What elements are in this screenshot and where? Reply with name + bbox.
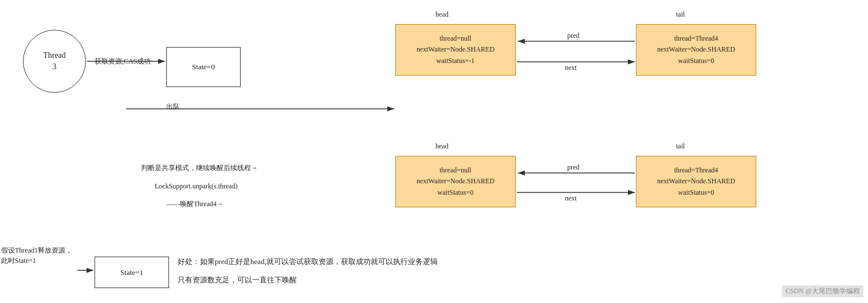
nbl-line1: thread=null (439, 165, 471, 176)
node-top-right: thread=Thread4 nextWaiter=Node.SHARED wa… (636, 24, 756, 76)
diagram-container: Thread 3 State=0 head tail thread=null n… (0, 0, 868, 303)
next-label-top: next (565, 64, 577, 72)
node-bottom-right: thread=Thread4 nextWaiter=Node.SHARED wa… (636, 156, 756, 207)
shared-mode-label: 判断是共享模式，继续唤醒后续线程→ (141, 163, 258, 173)
node-top-left: thread=null nextWaiter=Node.SHARED waitS… (395, 24, 516, 76)
thread-label: Thread (43, 50, 66, 61)
cas-success-label: 获取资源,CAS成功 (95, 57, 151, 66)
node-bottom-left: thread=null nextWaiter=Node.SHARED waitS… (395, 156, 516, 207)
head-label-1: head (435, 10, 449, 19)
wake-thread4-label: ——唤醒Thread4→ (166, 199, 223, 209)
state-top-label: State=0 (192, 62, 215, 72)
assume-release-label: 假设Thread1释放资源，此时State=1 (1, 245, 76, 266)
ntr-line1: thread=Thread4 (674, 33, 718, 44)
pred-label-bottom: pred (567, 163, 579, 171)
thread-circle: Thread 3 (23, 30, 86, 93)
ntr-line2: nextWaiter=Node.SHARED (657, 44, 735, 55)
nbr-line1: thread=Thread4 (674, 165, 718, 176)
thread-number: 3 (53, 61, 57, 73)
nbr-line2: nextWaiter=Node.SHARED (657, 176, 735, 187)
pred-label-top: pred (567, 32, 579, 40)
tail-label-1: tail (676, 10, 685, 19)
ntl-line2: nextWaiter=Node.SHARED (417, 44, 494, 55)
benefit-text-2: 只有资源数充足，可以一直往下唤醒 (178, 275, 297, 285)
ntr-line3: waitStatus=0 (678, 56, 714, 66)
lock-support-label: LockSupport.unpark(s.thread) (155, 182, 238, 191)
benefit-text-1: 好处：如果pred正好是head,就可以尝试获取资源，获取成功就可以执行业务逻辑 (178, 257, 438, 267)
nbl-line2: nextWaiter=Node.SHARED (417, 176, 494, 187)
ntl-line3: waitStatus=-1 (437, 56, 475, 66)
watermark: CSDN @大尾巴狼学编程 (782, 285, 863, 297)
nbl-line3: waitStatus=0 (438, 187, 474, 198)
state-bottom-label: State=1 (120, 268, 143, 277)
ntl-line1: thread=null (439, 33, 471, 44)
nbr-line3: waitStatus=0 (678, 187, 714, 198)
dequeue-label: 出队 (166, 102, 180, 112)
head-label-2: head (435, 142, 449, 151)
state-box-top: State=0 (166, 47, 241, 87)
next-label-bottom: next (565, 194, 577, 202)
tail-label-2: tail (676, 142, 685, 151)
state-box-bottom: State=1 (95, 257, 169, 288)
